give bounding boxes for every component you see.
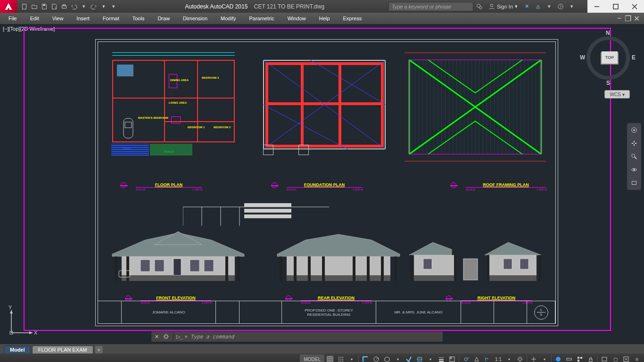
orbit-icon[interactable] <box>629 165 639 175</box>
sb-osnap-drop[interactable]: ▾ <box>425 354 436 362</box>
menu-edit[interactable]: Edit <box>24 14 46 23</box>
signin-button[interactable]: Sign In ▾ <box>487 3 520 10</box>
sb-annoscale[interactable]: 1:1 <box>493 354 504 362</box>
sb-ws-drop[interactable]: ▾ <box>539 354 550 362</box>
svg-rect-51 <box>454 255 456 281</box>
menu-parametric[interactable]: Parametric <box>242 14 281 23</box>
command-line[interactable]: ✕ ▷_ ▾ Type a command <box>151 331 443 342</box>
sb-workspace-icon[interactable] <box>528 354 539 362</box>
sb-osnap-icon[interactable] <box>404 354 414 362</box>
viewcube-w[interactable]: W <box>580 54 585 61</box>
window-title: Autodesk AutoCAD 2015 CET 121 TO BE PRIN… <box>121 3 388 10</box>
new-icon[interactable] <box>20 2 29 11</box>
pan-icon[interactable] <box>629 138 639 148</box>
dropdown-icon[interactable]: ▾ <box>545 2 553 11</box>
sb-ortho-icon[interactable] <box>360 354 371 362</box>
menu-help[interactable]: Help <box>313 14 337 23</box>
menu-express[interactable]: Express <box>336 14 368 23</box>
sb-modelspace[interactable]: MODEL <box>300 354 324 362</box>
menu-insert[interactable]: Insert <box>70 14 96 23</box>
sb-transparency-icon[interactable] <box>447 354 457 362</box>
tab-model[interactable]: Model <box>4 346 31 354</box>
sb-isodraft-icon[interactable] <box>382 354 392 362</box>
app-menu-button[interactable] <box>0 0 17 13</box>
autodesk360-icon[interactable]: ◬ <box>534 2 542 11</box>
sb-units-icon[interactable] <box>564 354 574 362</box>
sb-customization-icon[interactable]: ≡ <box>632 354 642 362</box>
showmotion-icon[interactable] <box>629 178 639 188</box>
menu-window[interactable]: Window <box>281 14 313 23</box>
infocenter-search[interactable]: Type a keyword or phrase <box>388 2 473 11</box>
viewcube-n[interactable]: N <box>606 30 610 36</box>
sb-annoscale-drop[interactable]: ▾ <box>504 354 514 362</box>
svg-text:Y: Y <box>8 304 12 310</box>
sb-cleanscreen-icon[interactable] <box>621 354 631 362</box>
minimize-button[interactable] <box>587 0 606 13</box>
saveas-icon[interactable] <box>50 2 59 11</box>
viewcube-top[interactable]: TOP <box>602 51 618 64</box>
room-bed3: BEDROOM 3 <box>202 76 219 79</box>
doc-restore-icon[interactable]: ❐ <box>624 15 632 22</box>
redo-icon[interactable] <box>89 2 99 11</box>
svg-rect-33 <box>287 256 390 275</box>
sb-snap-icon[interactable] <box>336 354 346 362</box>
maximize-button[interactable] <box>606 0 625 13</box>
sb-gear-icon[interactable] <box>515 354 525 362</box>
menu-tools[interactable]: Tools <box>126 14 151 23</box>
help-icon[interactable]: ? <box>556 2 565 11</box>
sb-isolate-icon[interactable]: ▢ <box>610 354 620 362</box>
undo-icon[interactable] <box>69 2 79 11</box>
svg-point-97 <box>464 358 467 361</box>
sb-dynamic-ucs-icon[interactable] <box>482 354 493 362</box>
sb-lineweight-icon[interactable] <box>436 354 446 362</box>
viewcube[interactable]: TOP N S E W <box>580 30 636 86</box>
sb-quickprops-icon[interactable] <box>575 354 585 362</box>
svg-rect-50 <box>410 255 413 281</box>
drawing-sheet: DINING AREA BEDROOM 3 LIVING AREA MASTER… <box>95 39 558 326</box>
steering-wheel-icon[interactable] <box>629 125 639 135</box>
sb-snap-drop[interactable]: ▾ <box>347 354 357 362</box>
undo-drop-icon[interactable]: ▾ <box>79 2 89 11</box>
help-drop-icon[interactable]: ▾ <box>568 2 576 11</box>
sb-hardware-accel-icon[interactable] <box>599 354 610 362</box>
tab-layout1[interactable]: FLOOR PLAN EXAM <box>32 346 93 354</box>
menu-view[interactable]: View <box>46 14 70 23</box>
wcs-button[interactable]: WCS ▾ <box>604 90 630 99</box>
sb-annotation-monitor-icon[interactable] <box>553 354 563 362</box>
cmdline-input[interactable]: Type a command <box>188 334 234 340</box>
sb-lockui-icon[interactable] <box>586 354 596 362</box>
sb-selection-cycling-icon[interactable] <box>461 354 471 362</box>
save-icon[interactable] <box>40 2 49 11</box>
cmdline-close-icon[interactable]: ✕ <box>151 331 162 342</box>
viewcube-s[interactable]: S <box>606 80 610 86</box>
svg-rect-26 <box>140 260 150 272</box>
viewcube-e[interactable]: E <box>632 54 636 61</box>
open-icon[interactable] <box>30 2 39 11</box>
redo-drop-icon[interactable]: ▾ <box>99 2 108 11</box>
zoom-extents-icon[interactable] <box>629 151 639 162</box>
search-icon[interactable] <box>475 2 484 11</box>
sb-3dosnap-icon[interactable] <box>471 354 482 362</box>
cmdline-customize-icon[interactable] <box>162 331 172 342</box>
menu-draw[interactable]: Draw <box>151 14 176 23</box>
quick-access-toolbar: ▾ ▾ ▾ <box>17 2 121 11</box>
drawing-viewport[interactable]: [−][Top][2D Wireframe] <box>0 24 644 344</box>
room-dining: DINING AREA <box>170 79 189 82</box>
menu-modify[interactable]: Modify <box>214 14 242 23</box>
menu-format[interactable]: Format <box>96 14 126 23</box>
sb-polar-icon[interactable] <box>371 354 381 362</box>
sb-grid-icon[interactable] <box>325 354 335 362</box>
ucs-icon[interactable]: XY <box>7 304 40 337</box>
svg-point-5 <box>479 7 482 9</box>
exchange-icon[interactable]: ✕ <box>522 2 531 11</box>
add-layout-button[interactable]: + <box>95 346 103 354</box>
sb-iso-drop[interactable]: ▾ <box>393 354 403 362</box>
plot-icon[interactable] <box>59 2 69 11</box>
qat-customize-icon[interactable]: ▾ <box>109 2 118 11</box>
doc-close-icon[interactable]: ✕ <box>633 15 640 22</box>
sb-otrack-icon[interactable] <box>414 354 425 362</box>
menu-file[interactable]: File <box>2 14 24 23</box>
doc-minimize-icon[interactable]: − <box>616 15 623 22</box>
menu-dimension[interactable]: Dimension <box>176 14 214 23</box>
close-button[interactable] <box>625 0 644 13</box>
